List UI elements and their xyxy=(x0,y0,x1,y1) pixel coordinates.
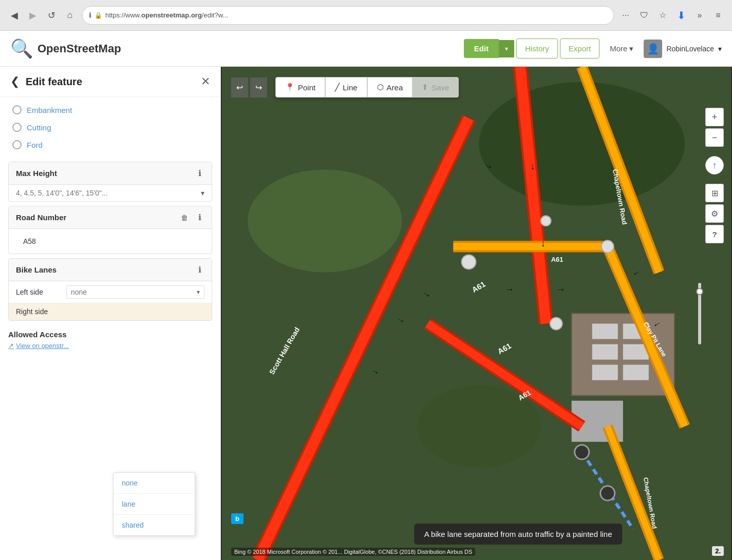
osm-nav: Edit ▾ History Export More ▾ 👤 RobinLove… xyxy=(464,38,722,59)
undo-button[interactable]: ↩ xyxy=(231,78,248,98)
user-arrow-icon: ▾ xyxy=(718,45,722,53)
road-number-info-button[interactable]: ℹ xyxy=(195,211,204,223)
svg-point-33 xyxy=(575,445,589,459)
svg-text:→: → xyxy=(505,284,514,295)
max-height-info-button[interactable]: ℹ xyxy=(195,167,204,179)
svg-rect-9 xyxy=(592,365,618,380)
download-button[interactable]: ⬇ xyxy=(673,8,689,23)
max-height-header: Max Height ℹ xyxy=(9,162,212,185)
save-icon: ⬆ xyxy=(422,83,428,92)
bookmark-button[interactable]: ☆ xyxy=(655,8,670,23)
radio-label-embankment: Embankment xyxy=(27,106,72,114)
bike-lanes-header: Bike Lanes ℹ xyxy=(9,259,212,281)
bing-logo: b xyxy=(231,513,243,524)
point-tool-button[interactable]: 📍 Point xyxy=(275,77,325,98)
map-settings-button[interactable]: ⚙ xyxy=(705,204,724,223)
left-side-label: Left side xyxy=(16,288,62,296)
address-bar[interactable]: ℹ 🔒 https://www.openstreetmap.org/edit?w… xyxy=(82,6,614,25)
max-height-input[interactable] xyxy=(16,189,201,197)
close-feature-button[interactable]: ✕ xyxy=(201,75,210,88)
radio-item-ford[interactable]: Ford xyxy=(10,136,210,153)
map-image: ↓ ↓ ↓ ↓ ↓ ↓ → → ↓ ↓ Scott Hall Road Chap… xyxy=(221,67,732,560)
edit-dropdown-button[interactable]: ▾ xyxy=(499,40,514,57)
more-arrow-icon: ▾ xyxy=(629,44,633,53)
line-icon: ╱ xyxy=(335,83,340,92)
browser-actions: ··· 🛡 ☆ ⬇ » ≡ xyxy=(618,8,726,23)
extend-button[interactable]: » xyxy=(692,8,707,23)
max-height-section: Max Height ℹ ▾ xyxy=(8,162,212,202)
dropdown-menu: none lane shared xyxy=(113,472,195,536)
user-button[interactable]: 👤 RobinLovelace ▾ xyxy=(644,40,722,58)
more-options-button[interactable]: ··· xyxy=(618,8,633,23)
osm-logo-text: OpenStreetMap xyxy=(37,42,121,55)
zoom-out-button[interactable]: − xyxy=(705,128,724,147)
max-height-title: Max Height xyxy=(16,169,191,178)
view-on-osm-link[interactable]: ↗ View on openstr... xyxy=(8,342,212,350)
layers-button[interactable]: ⊞ xyxy=(705,184,724,202)
max-height-dropdown-button[interactable]: ▾ xyxy=(201,189,204,197)
road-number-value-row: A58 xyxy=(9,229,212,254)
zoom-in-button[interactable]: + xyxy=(705,108,724,126)
left-side-row: Left side ▾ xyxy=(9,281,212,303)
osm-logo: 🔍 OpenStreetMap xyxy=(10,38,121,60)
area-tool-button[interactable]: ⬡ Area xyxy=(367,77,413,98)
url-text: https://www.openstreetmap.org/edit?w... xyxy=(105,11,228,19)
right-side-label: Right side xyxy=(16,307,62,316)
road-number-delete-button[interactable]: 🗑 xyxy=(178,213,191,223)
help-button[interactable]: ? xyxy=(705,225,724,243)
svg-text:A61: A61 xyxy=(551,256,564,263)
svg-point-30 xyxy=(541,216,551,226)
map-toolbar: ↩ ↪ 📍 Point ╱ Line ⬡ Area ⬆ Save xyxy=(231,77,459,98)
road-number-section: Road Number 🗑 ℹ A58 xyxy=(8,206,212,254)
avatar: 👤 xyxy=(644,40,662,58)
radio-item-embankment[interactable]: Embankment xyxy=(10,101,210,119)
left-side-dropdown-icon[interactable]: ▾ xyxy=(197,288,200,296)
svg-rect-7 xyxy=(592,324,618,339)
user-name: RobinLovelace xyxy=(666,45,714,53)
pocket-button[interactable]: 🛡 xyxy=(636,8,652,23)
scale-indicator: 2. xyxy=(712,546,724,556)
refresh-button[interactable]: ↺ xyxy=(43,7,60,24)
road-number-title: Road Number xyxy=(16,213,174,222)
svg-text:↓: ↓ xyxy=(531,161,535,171)
map-attribution: Bing © 2018 Microsoft Corporation © 201.… xyxy=(231,548,475,556)
osm-header: 🔍 OpenStreetMap Edit ▾ History Export Mo… xyxy=(0,31,732,67)
nav-buttons: ◀ ▶ ↺ ⌂ xyxy=(6,7,78,24)
allowed-access-section: Allowed Access ↗ View on openstr... xyxy=(8,325,212,350)
zoom-slider[interactable] xyxy=(698,283,701,344)
map-tooltip: A bike lane separated from auto traffic … xyxy=(414,524,623,545)
point-icon: 📍 xyxy=(285,83,295,92)
radio-circle-ford xyxy=(12,140,22,149)
svg-text:→: → xyxy=(556,284,566,295)
svg-point-31 xyxy=(602,240,614,253)
bike-lanes-info-button[interactable]: ℹ xyxy=(195,264,204,276)
save-button[interactable]: ⬆ Save xyxy=(412,77,459,98)
compass-button[interactable]: ↑ xyxy=(705,156,724,175)
home-button[interactable]: ⌂ xyxy=(62,7,78,24)
radio-circle-cutting xyxy=(12,123,22,132)
allowed-access-header: Allowed Access xyxy=(8,325,212,342)
dropdown-item-shared[interactable]: shared xyxy=(114,515,195,535)
back-button[interactable]: ◀ xyxy=(6,7,23,24)
browser-chrome: ◀ ▶ ↺ ⌂ ℹ 🔒 https://www.openstreetmap.or… xyxy=(0,0,732,31)
more-menu-button[interactable]: More ▾ xyxy=(602,39,642,59)
draw-tools: 📍 Point ╱ Line ⬡ Area ⬆ Save xyxy=(275,77,459,98)
radio-item-cutting[interactable]: Cutting xyxy=(10,119,210,136)
dropdown-item-lane[interactable]: lane xyxy=(114,494,195,515)
road-number-value: A58 xyxy=(16,233,43,249)
back-feature-button[interactable]: ❮ xyxy=(10,75,20,88)
bike-lanes-rows: Left side ▾ Right side xyxy=(9,281,212,320)
view-link-text: View on openstr... xyxy=(16,342,69,350)
bike-lanes-title: Bike Lanes xyxy=(16,265,195,274)
export-link[interactable]: Export xyxy=(560,38,599,59)
dropdown-item-none[interactable]: none xyxy=(114,473,195,494)
history-link[interactable]: History xyxy=(516,38,558,59)
redo-button[interactable]: ↪ xyxy=(250,78,267,98)
forward-button[interactable]: ▶ xyxy=(25,7,41,24)
left-side-input[interactable] xyxy=(71,288,197,296)
line-tool-button[interactable]: ╱ Line xyxy=(325,77,367,98)
edit-button[interactable]: Edit xyxy=(464,39,499,58)
menu-button[interactable]: ≡ xyxy=(710,8,726,23)
svg-text:↓: ↓ xyxy=(541,238,546,248)
max-height-input-row: ▾ xyxy=(9,185,212,201)
